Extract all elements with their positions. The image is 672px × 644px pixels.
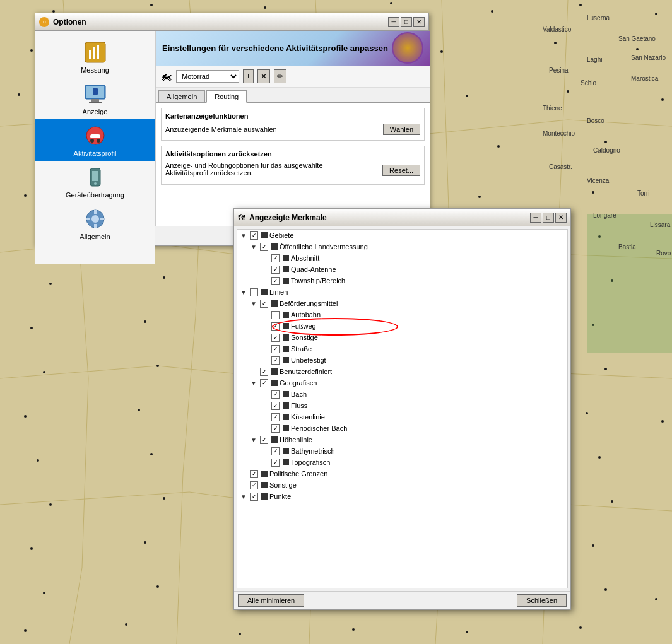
- tree-checkbox[interactable]: [260, 368, 268, 376]
- tree-checkbox[interactable]: [271, 447, 280, 455]
- tree-item-label[interactable]: Bathymetrisch: [291, 447, 335, 455]
- tree-expand-icon[interactable]: ▼: [239, 287, 249, 297]
- tree-item[interactable]: Township/Bereich: [237, 275, 567, 286]
- tree-item-label[interactable]: Beförderungsmittel: [280, 300, 338, 307]
- tree-item[interactable]: ▼Öffentliche Landvermessung: [237, 241, 567, 252]
- tree-expand-icon[interactable]: [260, 253, 270, 263]
- tree-expand-icon[interactable]: ▼: [239, 230, 249, 240]
- tree-expand-icon[interactable]: [260, 310, 270, 320]
- tree-item[interactable]: Straße: [237, 343, 567, 354]
- tree-expand-icon[interactable]: [260, 276, 270, 286]
- tree-item[interactable]: Bach: [237, 389, 567, 400]
- tree-item-label[interactable]: Fluss: [291, 402, 307, 409]
- tree-item[interactable]: Unbefestigt: [237, 354, 567, 366]
- tree-item[interactable]: Fußweg: [237, 320, 567, 332]
- tree-item[interactable]: Quad-Antenne: [237, 264, 567, 275]
- tree-expand-icon[interactable]: ▼: [249, 378, 259, 388]
- tree-checkbox[interactable]: [271, 424, 280, 433]
- tree-expand-icon[interactable]: [260, 389, 270, 399]
- tree-checkbox[interactable]: [260, 243, 268, 251]
- tree-checkbox[interactable]: [271, 334, 280, 342]
- tree-item-label[interactable]: Punkte: [269, 493, 291, 500]
- tree-item-label[interactable]: Topografisch: [291, 459, 330, 466]
- tree-item[interactable]: ▼Gebiete: [237, 230, 567, 241]
- tree-item[interactable]: Periodischer Bach: [237, 423, 567, 434]
- tree-expand-icon[interactable]: [260, 423, 270, 433]
- tree-item-label[interactable]: Abschnitt: [291, 254, 319, 262]
- tree-item[interactable]: ▼Linien: [237, 286, 567, 298]
- tree-item[interactable]: Fluss: [237, 400, 567, 411]
- tree-item-label[interactable]: Fußweg: [291, 322, 316, 330]
- tree-item-label[interactable]: Gebiete: [269, 231, 294, 239]
- tab-routing[interactable]: Routing: [206, 90, 247, 103]
- tree-expand-icon[interactable]: [260, 355, 270, 365]
- tree-checkbox[interactable]: [271, 254, 280, 262]
- close-button[interactable]: ✕: [413, 17, 425, 27]
- tree-item[interactable]: Sonstige: [237, 479, 567, 491]
- tree-expand-icon[interactable]: ▼: [249, 242, 259, 252]
- tree-checkbox[interactable]: [271, 459, 280, 467]
- tree-expand-icon[interactable]: [260, 264, 270, 274]
- tree-checkbox[interactable]: [271, 390, 280, 399]
- tree-item[interactable]: ▼Punkte: [237, 491, 567, 502]
- tree-item-label[interactable]: Autobahn: [291, 311, 321, 319]
- tree-checkbox[interactable]: [271, 345, 280, 353]
- tree-item-label[interactable]: Politische Grenzen: [269, 470, 327, 477]
- tree-expand-icon[interactable]: [260, 401, 270, 411]
- waehlen-button[interactable]: Wählen: [383, 124, 420, 135]
- tree-expand-icon[interactable]: [239, 469, 249, 479]
- tree-expand-icon[interactable]: ▼: [249, 298, 259, 308]
- tree-checkbox[interactable]: [271, 356, 280, 365]
- sidebar-item-geraeteuebertragung[interactable]: Geräteübertragung: [35, 161, 155, 202]
- tree-checkbox[interactable]: [260, 379, 268, 387]
- tree-item[interactable]: Bathymetrisch: [237, 445, 567, 457]
- tree-expand-icon[interactable]: ▼: [249, 435, 259, 445]
- tree-item-label[interactable]: Linien: [269, 288, 288, 296]
- tree-checkbox[interactable]: [250, 481, 258, 489]
- tree-expand-icon[interactable]: [260, 457, 270, 467]
- tree-item[interactable]: Abschnitt: [237, 252, 567, 264]
- profile-dropdown[interactable]: Motorrad Fahrrad Auto: [176, 70, 239, 83]
- tree-item-label[interactable]: Straße: [291, 345, 312, 353]
- minimize-button[interactable]: ─: [388, 17, 399, 27]
- tree-item-label[interactable]: Sonstige: [291, 334, 318, 341]
- merkmale-maximize-button[interactable]: □: [543, 213, 554, 223]
- tree-checkbox[interactable]: [271, 402, 280, 410]
- tree-item[interactable]: ▼Höhenlinie: [237, 434, 567, 445]
- tree-item[interactable]: Sonstige: [237, 332, 567, 343]
- tree-checkbox[interactable]: [271, 413, 280, 421]
- tree-item-label[interactable]: Periodischer Bach: [291, 424, 347, 432]
- sidebar-item-aktivitaetsprofil[interactable]: Aktivitätsprofil: [35, 119, 155, 161]
- tree-checkbox[interactable]: [271, 266, 280, 274]
- tree-expand-icon[interactable]: [260, 344, 270, 354]
- edit-profile-button[interactable]: ✏: [274, 69, 286, 83]
- schliessen-button[interactable]: Schließen: [517, 594, 567, 607]
- tree-item-label[interactable]: Geografisch: [280, 379, 317, 387]
- maximize-button[interactable]: □: [401, 17, 412, 27]
- tree-expand-icon[interactable]: [249, 366, 259, 377]
- add-profile-button[interactable]: +: [243, 69, 254, 83]
- reset-button[interactable]: Reset...: [382, 165, 420, 176]
- tree-expand-icon[interactable]: [260, 412, 270, 422]
- sidebar-item-anzeige[interactable]: Anzeige: [35, 78, 155, 119]
- tree-item-label[interactable]: Unbefestigt: [291, 356, 326, 364]
- merkmale-close-button[interactable]: ✕: [555, 213, 567, 223]
- tree-item[interactable]: Topografisch: [237, 457, 567, 468]
- tree-item[interactable]: Autobahn: [237, 309, 567, 320]
- tree-expand-icon[interactable]: [260, 446, 270, 456]
- tree-item-label[interactable]: Benutzerdefiniert: [280, 368, 332, 375]
- tree-checkbox[interactable]: [271, 311, 280, 319]
- tree-item-label[interactable]: Quad-Antenne: [291, 266, 336, 273]
- tree-item-label[interactable]: Township/Bereich: [291, 277, 345, 284]
- tab-allgemein[interactable]: Allgemein: [158, 90, 205, 102]
- tree-checkbox[interactable]: [250, 288, 258, 296]
- tree-item[interactable]: Benutzerdefiniert: [237, 366, 567, 377]
- tree-item-label[interactable]: Küstenlinie: [291, 413, 325, 421]
- tree-item[interactable]: ▼Beförderungsmittel: [237, 298, 567, 309]
- tree-checkbox[interactable]: [250, 470, 258, 478]
- merkmale-tree[interactable]: ▼Gebiete▼Öffentliche LandvermessungAbsch…: [237, 229, 568, 588]
- tree-checkbox[interactable]: [250, 493, 258, 501]
- tree-checkbox[interactable]: [271, 322, 280, 331]
- tree-item-label[interactable]: Bach: [291, 390, 307, 398]
- delete-profile-button[interactable]: ✕: [257, 69, 270, 83]
